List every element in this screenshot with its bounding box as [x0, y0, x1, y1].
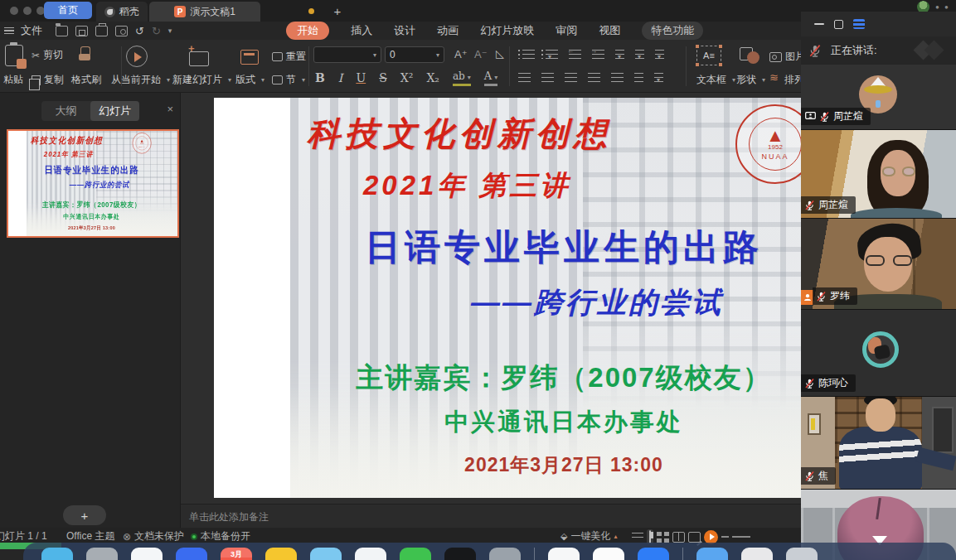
- paste-button[interactable]: 粘贴: [3, 73, 32, 87]
- app-teal-icon[interactable]: [41, 548, 73, 560]
- app-green-icon[interactable]: [400, 548, 431, 560]
- menu-animation[interactable]: 动画: [437, 23, 459, 38]
- vertical-align-icon[interactable]: [635, 50, 644, 59]
- copy-button[interactable]: 复制: [32, 73, 64, 87]
- trash-icon[interactable]: [786, 548, 818, 560]
- document-protection[interactable]: ⊗文档未保护: [123, 529, 184, 543]
- char-spacing-icon[interactable]: [655, 50, 664, 59]
- traffic-light-minimize[interactable]: [23, 7, 32, 15]
- align-right-icon[interactable]: [565, 73, 577, 82]
- print-icon[interactable]: [95, 26, 108, 36]
- menu-design[interactable]: 设计: [394, 23, 415, 38]
- participant-tile-avatar[interactable]: 陈珂心: [801, 310, 956, 397]
- tab-docer[interactable]: 稻壳: [96, 2, 148, 22]
- zoom-out-button[interactable]: [721, 536, 729, 538]
- subscript-button[interactable]: X₂: [426, 71, 439, 84]
- arrange-button[interactable]: 排列: [769, 73, 804, 87]
- bullets-icon[interactable]: [522, 50, 535, 59]
- theme-name[interactable]: Office 主题: [66, 529, 114, 543]
- participant-tile-video[interactable]: 周芷煊: [801, 130, 956, 219]
- increase-font-icon[interactable]: A⁺: [454, 48, 468, 60]
- underline-button[interactable]: U: [356, 71, 366, 84]
- app-blue-2-icon[interactable]: [638, 548, 669, 560]
- superscript-button[interactable]: X²: [400, 71, 414, 84]
- numbering-icon[interactable]: [546, 50, 558, 59]
- distribute-icon[interactable]: [611, 73, 624, 82]
- menu-review[interactable]: 审阅: [556, 23, 577, 38]
- shapes-icon[interactable]: [740, 47, 759, 64]
- increase-indent-icon[interactable]: [592, 50, 604, 59]
- columns-icon[interactable]: [634, 73, 643, 82]
- layout-icon[interactable]: [240, 50, 259, 65]
- save-icon[interactable]: [75, 26, 88, 36]
- maximize-icon[interactable]: [834, 20, 843, 29]
- menu-special-features[interactable]: 特色功能: [642, 22, 703, 40]
- folder-downloads-icon[interactable]: [696, 548, 728, 560]
- strikethrough-button[interactable]: S: [379, 71, 387, 84]
- app-globe-icon[interactable]: [489, 548, 521, 560]
- shapes-button[interactable]: 形状: [736, 73, 765, 87]
- menu-start[interactable]: 开始: [286, 22, 329, 40]
- file-menu[interactable]: 文件: [21, 23, 42, 38]
- clear-format-icon[interactable]: ◺: [496, 47, 504, 60]
- app-music-icon[interactable]: [548, 548, 580, 560]
- decrease-font-icon[interactable]: A⁻: [474, 48, 488, 60]
- menu-insert[interactable]: 插入: [351, 23, 372, 38]
- notes-bar[interactable]: 单击此处添加备注: [181, 504, 801, 528]
- cut-button[interactable]: ✂剪切: [32, 48, 63, 62]
- menu-view[interactable]: 视图: [599, 23, 620, 38]
- paste-icon[interactable]: [5, 45, 23, 66]
- zoom-slider[interactable]: [732, 536, 750, 538]
- layout-switch-icon[interactable]: [853, 19, 865, 29]
- tab-slides[interactable]: 幻灯片: [90, 101, 139, 121]
- participant-tile-video[interactable]: 焦: [801, 397, 956, 490]
- app-yellow-icon[interactable]: [265, 548, 297, 560]
- menu-slideshow[interactable]: 幻灯片放映: [480, 23, 534, 38]
- app-white-2-icon[interactable]: [593, 548, 624, 560]
- slide-sorter-icon[interactable]: [657, 532, 669, 543]
- slide-thumbnail[interactable]: 科技文化创新创想 2021年 第三讲 日语专业毕业生的出路 ——跨行业的尝试 主…: [7, 129, 179, 238]
- justify-icon[interactable]: [588, 73, 600, 82]
- font-family-combo[interactable]: [313, 46, 381, 63]
- align-left-icon[interactable]: [518, 73, 531, 82]
- print-preview-icon[interactable]: [115, 26, 128, 36]
- participant-tile-video[interactable]: 罗纬: [801, 219, 956, 310]
- tab-document[interactable]: P 演示文稿1: [149, 2, 260, 22]
- undo-icon[interactable]: ↺: [135, 25, 144, 37]
- section-button[interactable]: 节: [272, 73, 305, 87]
- font-size-combo[interactable]: 0: [385, 46, 444, 63]
- local-backup[interactable]: 本地备份开: [191, 529, 250, 543]
- new-slide-button[interactable]: 新建幻灯片: [172, 73, 231, 87]
- layout-button[interactable]: 版式: [235, 73, 264, 87]
- line-spacing-icon[interactable]: [654, 73, 663, 82]
- traffic-light-close[interactable]: [10, 7, 18, 15]
- minimize-icon[interactable]: [814, 23, 824, 26]
- tab-home[interactable]: 首页: [44, 2, 92, 19]
- customize-toolbar-chevron[interactable]: ▾: [168, 27, 172, 35]
- text-box-button[interactable]: 文本框: [696, 73, 735, 87]
- decrease-indent-icon[interactable]: [569, 50, 581, 59]
- bold-button[interactable]: B: [315, 71, 325, 84]
- app-calendar-icon[interactable]: 3月: [221, 548, 252, 560]
- participant-tile-share[interactable]: 周芷煊: [801, 65, 956, 130]
- adjust-view-icon[interactable]: [632, 533, 643, 541]
- new-tab-button[interactable]: +: [328, 2, 347, 20]
- format-painter-icon[interactable]: [78, 46, 91, 63]
- play-from-current-button[interactable]: 从当前开始: [111, 73, 170, 87]
- text-box-icon[interactable]: A≡: [696, 46, 721, 65]
- close-pane-icon[interactable]: ×: [167, 103, 173, 115]
- tab-outline[interactable]: 大纲: [41, 101, 90, 121]
- app-white-icon[interactable]: [355, 548, 386, 560]
- beautify-button[interactable]: ⬙一键美化▴: [560, 529, 617, 543]
- format-painter-button[interactable]: 格式刷: [71, 73, 101, 87]
- app-gray-icon[interactable]: [86, 548, 118, 560]
- italic-button[interactable]: I: [338, 71, 343, 84]
- slide-page[interactable]: 科技文化创新创想 2021年 第三讲 日语专业毕业生的出路 ——跨行业的尝试 主…: [214, 98, 801, 498]
- play-from-current-icon[interactable]: [126, 46, 148, 67]
- add-slide-button[interactable]: +: [63, 505, 106, 525]
- new-slide-icon[interactable]: [189, 51, 209, 66]
- reset-button[interactable]: 重置: [272, 50, 306, 64]
- play-slideshow-button[interactable]: [704, 530, 718, 544]
- app-blue-icon[interactable]: [176, 548, 207, 560]
- slideshow-pen-icon[interactable]: [688, 532, 701, 543]
